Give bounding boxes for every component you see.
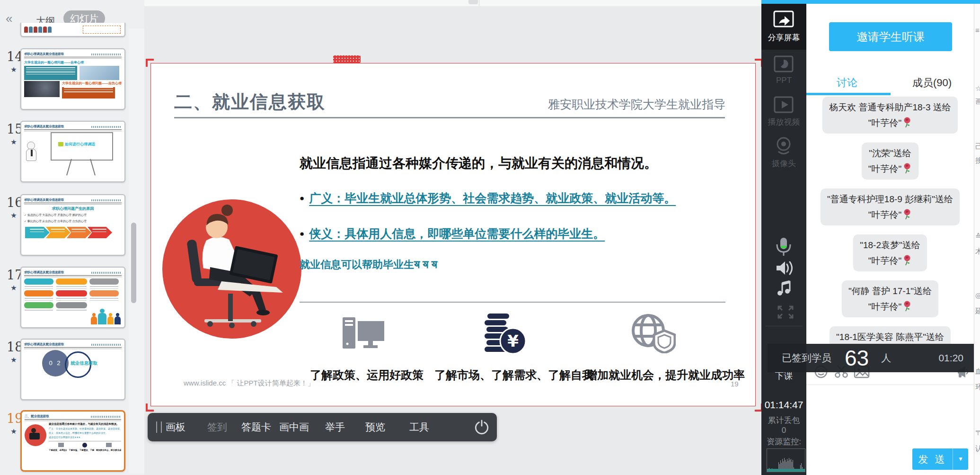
camera-icon[interactable] (761, 136, 806, 157)
sidebar-item-camera[interactable]: 摄像头 (761, 158, 806, 169)
slide-thumb-13-partial[interactable] (20, 23, 125, 37)
globe-shield-icon (630, 313, 676, 353)
sidebar-item-ppt[interactable]: PPT (761, 76, 806, 85)
sidebar-item-share-screen[interactable]: 分享屏幕 (761, 32, 806, 43)
ppt-icon[interactable] (761, 55, 806, 74)
signin-unit: 人 (881, 351, 891, 365)
class-timer: 01:14:47 (761, 399, 806, 411)
slide-title: 二、就业信息获取 (174, 90, 326, 114)
bullet-dot: ● (300, 194, 304, 203)
animation-star-icon: ★ (7, 356, 21, 364)
tab-members[interactable]: 成员(90) (912, 76, 952, 90)
gift-message: "何静 普护 17-1"送给 "叶芋伶" (842, 280, 938, 317)
title-underline (174, 117, 725, 118)
thumb-header-dots (91, 272, 122, 274)
thumb15-green-icon (58, 142, 63, 146)
clipped-glyph: ☆ (975, 84, 980, 93)
toolbar-raise-hand[interactable]: 举手 (325, 413, 345, 441)
slides-sidebar: « 大纲 幻灯片 14 ★ 求职心理调适及就业信息获取 大学生就业的一般心理问题… (0, 0, 144, 475)
toolbar-answer-card[interactable]: 答题卡 (241, 413, 271, 441)
packet-loss-value: 0 (761, 426, 806, 435)
gift-message: "18-2袁梦"送给 "叶芋伶" (853, 234, 927, 271)
thumb18-title: 就业信息获取 (71, 360, 97, 367)
thumb19-intro: 就业信息指通过各种媒介传递的，与就业有关的消息和情况。 (49, 422, 121, 426)
animation-star-icon: ★ (7, 427, 21, 436)
play-video-icon[interactable] (761, 96, 806, 115)
toolbar-pip[interactable]: 画中画 (279, 413, 309, 441)
easel-leg (90, 159, 96, 175)
computer-icon (342, 316, 385, 352)
slide-thumb-16[interactable]: 求职心理调适及就业信息获取 求职心理问题产生的原因 ✓ 焦虑的心理 失落的心理 … (20, 194, 125, 256)
thumb15-figure (27, 142, 36, 161)
collapse-sidebar-button[interactable]: « (6, 12, 12, 25)
thumb17-blocks (24, 278, 122, 311)
music-icon[interactable] (761, 279, 806, 297)
clipped-glyph: ≙ (975, 232, 980, 241)
thumb16-arrow-diagram (25, 227, 122, 238)
thumb14-photo2 (24, 81, 60, 97)
slide-thumb-17[interactable]: 求职心理调适及就业信息获取 (20, 267, 125, 328)
toolbar-signin[interactable]: 签到 (207, 413, 227, 441)
sidebar-item-play-video[interactable]: 播放视频 (761, 117, 806, 127)
thumb-header-dots (91, 416, 121, 418)
thumb14-title-orange: 大学生就业的一般心理问题——自负心理 (62, 81, 122, 86)
signin-count-banner: 已签到学员 63 人 01:20 (768, 344, 974, 372)
thumb-header: 求职心理调适及就业信息获取 (24, 342, 64, 347)
animation-star-icon: ★ (7, 138, 21, 146)
rose-icon (902, 117, 912, 128)
tab-discussion[interactable]: 讨论 (837, 76, 857, 90)
resource-monitor-chart (767, 448, 805, 472)
thumb-header-dots (91, 126, 122, 128)
gift-message: 杨天欢 普通专科助产18-3 送给 "叶芋伶" (822, 97, 958, 134)
invite-students-button[interactable]: 邀请学生听课 (829, 22, 952, 51)
slide-thumb-18[interactable]: 求职心理调适及就业信息获取 0 2 就业信息获取 (20, 339, 125, 400)
coins-yuan-icon: ¥ (484, 313, 526, 356)
toolbar-whiteboard[interactable]: 画板 (166, 413, 185, 441)
send-options-dropdown[interactable]: ▼ (953, 448, 968, 470)
clipped-glyph: 〒 (975, 429, 980, 437)
sidebar-scrollbar[interactable] (131, 223, 136, 303)
chat-input[interactable] (806, 385, 976, 446)
thumb14-photo (79, 66, 119, 80)
slide-subtitle: 雅安职业技术学院大学生就业指导 (470, 97, 725, 112)
thumb15-whiteboard: 如何进行心理调适 (51, 132, 113, 161)
slide-thumb-19-current[interactable]: 二、就业信息获取 就业信息指通过各种媒介传递的，与就业有关的消息和情况。 广义：… (20, 410, 125, 472)
slide-thumb-15[interactable]: 求职心理调适及就业信息获取 如何进行心理调适 (20, 121, 125, 182)
thumb17-people-icons (91, 309, 121, 324)
microphone-icon[interactable] (761, 237, 806, 257)
packet-loss-label: 累计丢包 (761, 415, 806, 426)
chat-message-list: 杨天欢 普通专科助产18-3 送给 "叶芋伶" "沈荣"送给 "叶芋伶" "普通… (810, 96, 970, 344)
clipped-glyph: 画 (975, 97, 980, 106)
thumb15-title: 如何进行心理调适 (65, 142, 95, 147)
fullscreen-icon[interactable] (761, 304, 806, 320)
power-icon[interactable] (474, 420, 489, 435)
slide-number-18: 18 (7, 340, 21, 354)
presenter-toolbar: 画板 签到 答题卡 画中画 举手 预览 工具 (148, 413, 497, 441)
figure-shape (38, 27, 42, 33)
figure-shape (34, 27, 37, 33)
slide-page-number: 19 (731, 380, 739, 388)
figure-shape (24, 27, 28, 33)
clipped-glyph: 己 (975, 142, 980, 151)
gift-message: "18-1医学美容 陈燕平"送给 "叶芋伶" (830, 326, 951, 344)
screen: « 大纲 幻灯片 14 ★ 求职心理调适及就业信息获取 大学生就业的一般心理问题… (0, 0, 980, 475)
figure-shape (43, 27, 47, 33)
clipped-glyph: 认 (975, 444, 980, 453)
share-screen-icon[interactable] (761, 9, 806, 29)
thumb16-row1: ✓ 焦虑的心理 失落的心理 矛盾的心理 嫉妒的心理 (24, 213, 122, 217)
dotted-selection (83, 26, 121, 34)
slide-bullet-1: ●广义：毕业生就业总体形势、社会需求趋势、就业政策、就业活动等。 (300, 190, 676, 206)
slide-helper-text: 就业信息可以帮助毕业生ॺ ॺ ॺ (300, 258, 437, 272)
rose-icon (902, 163, 912, 174)
speaker-icon[interactable] (761, 260, 806, 277)
thumb19-illustration (25, 424, 46, 446)
slide-drag-handle[interactable] (333, 55, 361, 63)
send-button[interactable]: 发 送 ▼ (912, 448, 968, 470)
send-label[interactable]: 发 送 (912, 453, 953, 466)
slide-thumb-14[interactable]: 求职心理调适及就业信息获取 大学生就业的一般心理问题——自卑心理 大学生就业的一… (20, 48, 125, 110)
toolbar-tools[interactable]: 工具 (409, 413, 429, 441)
signin-timer: 01:20 (938, 352, 963, 364)
slide-number-17: 17 (7, 268, 21, 282)
toolbar-drag-handle-icon[interactable] (156, 421, 162, 433)
toolbar-preview[interactable]: 预览 (365, 413, 385, 441)
